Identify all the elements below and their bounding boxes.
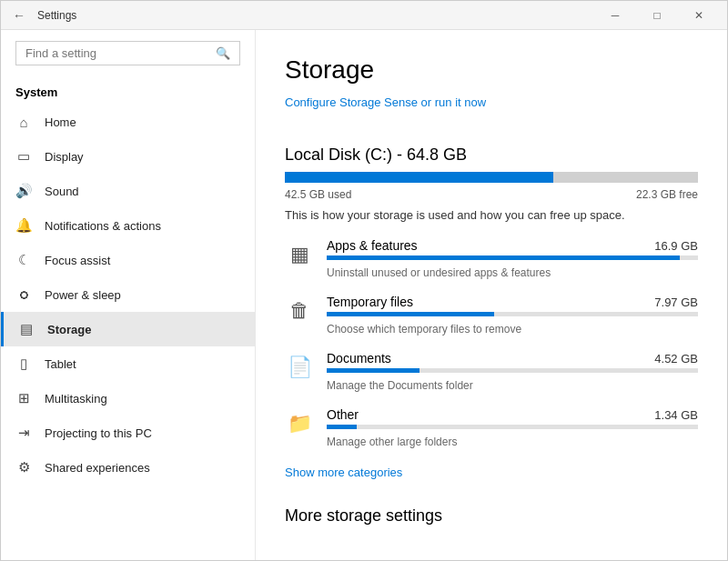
sidebar-item-projecting[interactable]: ⇥Projecting to this PC [1, 416, 255, 450]
storage-bar [285, 172, 698, 183]
sidebar-item-tablet[interactable]: ▯Tablet [1, 346, 255, 381]
storage-item-bar-0 [327, 255, 698, 260]
search-input[interactable] [25, 46, 216, 60]
storage-item-size-3: 1.34 GB [654, 408, 698, 422]
storage-item-header-0: Apps & features16.9 GB [327, 238, 698, 253]
projecting-icon: ⇥ [15, 425, 32, 441]
storage-item-size-0: 16.9 GB [654, 239, 698, 253]
sidebar-item-shared-label: Shared experiences [45, 461, 150, 475]
storage-item-name-1[interactable]: Temporary files [327, 295, 413, 309]
storage-item-size-1: 7.97 GB [654, 296, 698, 309]
storage-item: 📁Other1.34 GBManage other large folders [285, 407, 698, 449]
storage-item-desc-0: Uninstall unused or undesired apps & fea… [327, 266, 551, 279]
storage-item-bar-fill-0 [327, 255, 680, 260]
multitasking-icon: ⊞ [15, 390, 32, 406]
storage-item-content-1: Temporary files7.97 GBChoose which tempo… [327, 295, 698, 336]
sidebar-item-display-label: Display [45, 150, 84, 164]
storage-item-name-0[interactable]: Apps & features [327, 238, 418, 253]
minimize-button[interactable]: ─ [594, 1, 636, 30]
sidebar-item-power[interactable]: ⭘Power & sleep [1, 277, 255, 312]
main-content: Storage Configure Storage Sense or run i… [256, 30, 727, 560]
sidebar-item-focus[interactable]: ☾Focus assist [1, 243, 255, 277]
storage-item: 🗑Temporary files7.97 GBChoose which temp… [285, 295, 698, 336]
sidebar-item-home-label: Home [45, 115, 76, 129]
storage-item-size-2: 4.52 GB [654, 352, 698, 366]
display-icon: ▭ [15, 148, 32, 165]
storage-item-bar-2 [327, 368, 698, 373]
nav-items-list: ⌂Home▭Display🔊Sound🔔Notifications & acti… [1, 105, 255, 485]
sidebar-item-storage[interactable]: ▤Storage [1, 312, 255, 346]
storage-item-content-3: Other1.34 GBManage other large folders [327, 407, 698, 449]
storage-item-icon-0: ▦ [285, 240, 314, 269]
storage-item-name-3[interactable]: Other [327, 407, 359, 422]
storage-items: ▦Apps & features16.9 GBUninstall unused … [285, 238, 698, 449]
window-controls: ─ □ ✕ [594, 1, 720, 30]
storage-icon: ▤ [18, 321, 35, 337]
maximize-button[interactable]: □ [636, 1, 678, 30]
shared-icon: ⚙ [15, 459, 32, 476]
storage-item-name-2[interactable]: Documents [327, 351, 391, 366]
storage-item-header-2: Documents4.52 GB [327, 351, 698, 366]
sidebar-item-storage-label: Storage [47, 323, 91, 336]
storage-item-bar-1 [327, 312, 698, 316]
storage-item-header-1: Temporary files7.97 GB [327, 295, 698, 309]
storage-item-icon-2: 📄 [285, 353, 314, 382]
tablet-icon: ▯ [15, 356, 32, 372]
focus-icon: ☾ [15, 252, 32, 268]
home-icon: ⌂ [15, 114, 32, 130]
sidebar-item-multitasking[interactable]: ⊞Multitasking [1, 381, 255, 416]
close-button[interactable]: ✕ [678, 1, 720, 30]
storage-bar-used [285, 172, 553, 183]
disk-title: Local Disk (C:) - 64.8 GB [285, 145, 698, 165]
storage-bar-labels: 42.5 GB used 22.3 GB free [285, 188, 698, 201]
settings-window: ← Settings ─ □ ✕ 🔍 System ⌂Home▭Display🔊… [0, 0, 728, 561]
free-label: 22.3 GB free [636, 188, 698, 201]
sidebar-item-power-label: Power & sleep [45, 288, 121, 302]
power-icon: ⭘ [15, 286, 32, 303]
search-icon: 🔍 [216, 46, 230, 60]
back-button[interactable]: ← [8, 5, 30, 26]
sidebar-item-focus-label: Focus assist [45, 254, 110, 267]
titlebar: ← Settings ─ □ ✕ [1, 1, 727, 30]
sidebar-item-multitasking-label: Multitasking [45, 392, 107, 406]
used-label: 42.5 GB used [285, 188, 351, 201]
sound-icon: 🔊 [15, 183, 32, 199]
more-settings-title: More storage settings [285, 506, 698, 526]
storage-item: ▦Apps & features16.9 GBUninstall unused … [285, 238, 698, 280]
sidebar: 🔍 System ⌂Home▭Display🔊Sound🔔Notificatio… [1, 30, 256, 560]
storage-item-header-3: Other1.34 GB [327, 407, 698, 422]
storage-item-content-0: Apps & features16.9 GBUninstall unused o… [327, 238, 698, 280]
notifications-icon: 🔔 [15, 217, 32, 234]
sidebar-item-notifications[interactable]: 🔔Notifications & actions [1, 208, 255, 243]
sidebar-item-projecting-label: Projecting to this PC [45, 426, 152, 440]
show-more-link[interactable]: Show more categories [285, 466, 402, 479]
storage-item-icon-1: 🗑 [285, 296, 314, 326]
configure-link[interactable]: Configure Storage Sense or run it now [285, 95, 486, 109]
system-section-label: System [1, 80, 255, 105]
storage-item-desc-1: Choose which temporary files to remove [327, 323, 521, 336]
storage-item-desc-2: Manage the Documents folder [327, 379, 473, 392]
sidebar-item-tablet-label: Tablet [45, 357, 76, 371]
storage-item: 📄Documents4.52 GBManage the Documents fo… [285, 351, 698, 393]
sidebar-item-sound-label: Sound [45, 185, 79, 198]
sidebar-item-home[interactable]: ⌂Home [1, 105, 255, 139]
search-box[interactable]: 🔍 [15, 41, 240, 65]
page-title: Storage [285, 55, 698, 85]
storage-description: This is how your storage is used and how… [285, 208, 698, 222]
storage-item-bar-fill-1 [327, 312, 494, 316]
sidebar-item-display[interactable]: ▭Display [1, 139, 255, 174]
storage-item-bar-fill-2 [327, 368, 420, 373]
content-area: 🔍 System ⌂Home▭Display🔊Sound🔔Notificatio… [1, 30, 727, 560]
storage-item-icon-3: 📁 [285, 409, 314, 438]
storage-item-bar-3 [327, 425, 698, 429]
sidebar-item-notifications-label: Notifications & actions [45, 219, 161, 233]
sidebar-item-sound[interactable]: 🔊Sound [1, 174, 255, 208]
window-title: Settings [37, 9, 594, 22]
storage-item-bar-fill-3 [327, 425, 357, 429]
storage-item-content-2: Documents4.52 GBManage the Documents fol… [327, 351, 698, 393]
sidebar-item-shared[interactable]: ⚙Shared experiences [1, 450, 255, 485]
storage-item-desc-3: Manage other large folders [327, 436, 457, 448]
